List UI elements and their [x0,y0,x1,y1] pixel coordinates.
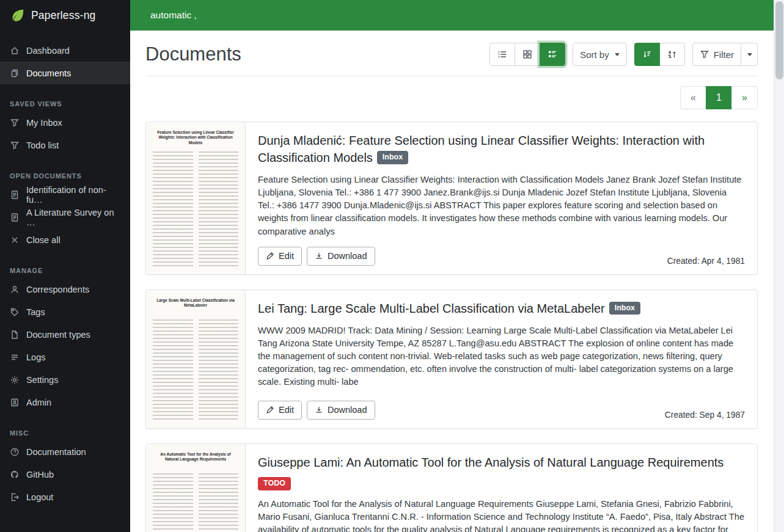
document-title[interactable]: Giuseppe Lami: An Automatic Tool for the… [258,456,724,469]
created-date: Created: Apr 4, 1981 [667,257,745,266]
download-button[interactable]: Download [307,401,375,420]
sort-down-icon [642,49,652,59]
tag-badge-inbox[interactable]: Inbox [377,151,408,164]
sidebar-nav: Dashboard Documents SAVED VIEWS My Inbox… [0,31,130,508]
thumbnail-title: Large Scale Multi-Label Classification v… [155,298,236,308]
sidebar-item-label: Settings [26,375,58,385]
view-list-button[interactable] [489,43,515,66]
sort-direction-group [634,43,685,66]
sidebar-item-documents[interactable]: Documents [0,62,130,84]
top-navbar [130,0,774,31]
thumbnail-column-gutter [193,151,199,268]
sidebar-item-document-types[interactable]: Document types [0,323,130,346]
sidebar-section-title: OPEN DOCUMENTS [0,167,130,183]
sidebar-item-label: Admin [26,398,51,407]
document-thumbnail[interactable]: Large Scale Multi-Label Classification v… [146,290,246,428]
person-icon [10,285,20,294]
filter-label: Filter [714,49,734,60]
window-scrollbar[interactable] [774,0,784,532]
sidebar-item-label: Logout [26,492,53,502]
pencil-icon [266,406,274,414]
house-icon [10,46,20,56]
sidebar-item-my-inbox[interactable]: My Inbox [0,111,130,134]
document-thumbnail[interactable]: An Automatic Tool for the Analysis of Na… [146,444,246,532]
document-card: An Automatic Tool for the Analysis of Na… [145,443,758,532]
thumbnail-title: Feature Selection using Linear Classifie… [155,130,236,145]
brand[interactable]: Paperless-ng [0,0,130,31]
sidebar-item-admin[interactable]: Admin [0,391,130,414]
view-toggle-group [489,43,565,66]
brand-name: Paperless-ng [31,9,96,22]
document-title[interactable]: Lei Tang: Large Scale Multi-Label Classi… [258,302,605,315]
sidebar-item-documentation[interactable]: Documentation [0,440,130,463]
sidebar-item-logs[interactable]: Logs [0,346,130,368]
filter-button[interactable]: Filter [692,43,741,66]
sort-ascending-button[interactable] [659,43,685,66]
global-search-input[interactable] [150,5,764,26]
thumbnail-column-gutter [193,319,199,422]
sidebar-item-dashboard[interactable]: Dashboard [0,39,130,62]
document-excerpt: WWW 2009 MADRID! Track: Data Mining / Se… [258,324,745,389]
door-logout-icon [10,492,20,502]
sidebar-item-open-doc-2[interactable]: A Literature Survey on … [0,206,130,228]
edit-button[interactable]: Edit [258,401,302,420]
document-thumbnail[interactable]: Feature Selection using Linear Classifie… [146,122,246,274]
sidebar-item-label: Identification of non-fu… [26,185,120,205]
caret-down-icon [615,53,620,56]
scrollbar-thumb[interactable] [775,1,783,79]
paperless-leaf-logo-icon [10,7,26,23]
sidebar-item-correspondents[interactable]: Correspondents [0,278,130,301]
sort-descending-button[interactable] [634,43,660,66]
filter-dropdown-toggle[interactable] [741,43,758,66]
document-card-footer: Edit Download Created: Sep 4, 1987 [258,392,745,420]
sort-by-dropdown[interactable]: Sort by [573,43,627,66]
view-grid-button[interactable] [515,43,540,66]
thumbnail-column-gutter [193,473,199,532]
list-icon [10,352,20,362]
download-button[interactable]: Download [307,247,375,266]
page-title: Documents [145,43,241,65]
pagination-prev[interactable]: « [680,86,706,109]
pagination: « 1 » [680,86,758,109]
document-actions: Edit Download [258,401,375,420]
file-icon [10,330,20,340]
tag-badge-inbox[interactable]: Inbox [609,302,640,315]
document-actions: Edit Download [258,247,375,266]
sidebar-section-title: MANAGE [0,262,130,278]
document-excerpt: Feature Selection using Linear Classifie… [258,173,745,238]
view-details-button[interactable] [540,43,565,66]
sidebar-item-open-doc-1[interactable]: Identification of non-fu… [0,183,130,206]
funnel-icon [10,118,20,128]
sidebar-section-title: SAVED VIEWS [0,95,130,111]
detail-view-icon [548,49,557,59]
person-badge-icon [10,398,20,407]
documents-icon [10,68,20,78]
sidebar-item-label: Todo list [26,140,59,150]
file-text-icon [10,190,20,200]
pagination-next[interactable]: » [731,86,758,109]
tag-badge-todo[interactable]: TODO [258,477,291,490]
sort-up-alpha-icon [667,49,677,59]
grid-view-icon [522,49,532,59]
document-card: Feature Selection using Linear Classifie… [145,122,758,275]
sidebar-item-github[interactable]: GitHub [0,463,130,486]
download-button-label: Download [328,251,367,261]
sidebar-item-label: Logs [26,352,45,362]
sidebar-item-label: Close all [26,235,60,245]
document-title[interactable]: Dunja Mladenić: Feature Selection using … [258,134,705,164]
sidebar-item-label: Dashboard [26,46,70,56]
sidebar-item-logout[interactable]: Logout [0,486,130,508]
sidebar-item-settings[interactable]: Settings [0,368,130,391]
sidebar-item-todo-list[interactable]: Todo list [0,134,130,156]
download-button-label: Download [328,405,367,415]
sidebar-item-label: Documents [26,68,71,78]
sidebar-item-label: Correspondents [26,285,89,294]
sidebar-item-close-all[interactable]: Close all [0,228,130,251]
sidebar-item-tags[interactable]: Tags [0,301,130,323]
edit-button[interactable]: Edit [258,247,302,266]
document-card: Large Scale Multi-Label Classification v… [145,290,758,429]
document-title-row: Giuseppe Lami: An Automatic Tool for the… [258,454,745,490]
document-title-row: Lei Tang: Large Scale Multi-Label Classi… [258,300,745,317]
edit-button-label: Edit [279,251,294,261]
pagination-page-1[interactable]: 1 [706,86,732,109]
